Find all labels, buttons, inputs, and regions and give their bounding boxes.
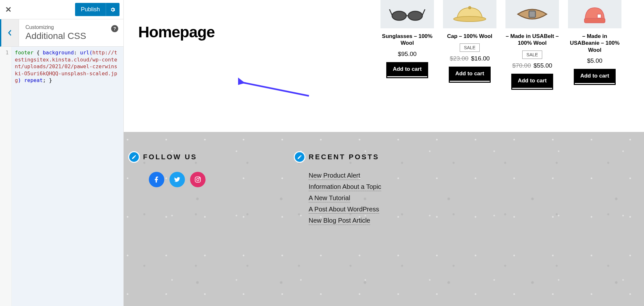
svg-point-1 [408, 11, 422, 20]
product-image[interactable] [505, 0, 559, 28]
pencil-icon [131, 154, 137, 160]
section-header: Customizing Additional CSS ? [0, 19, 123, 47]
back-button[interactable] [1, 19, 19, 46]
svg-point-2 [454, 16, 486, 22]
add-to-cart-button[interactable]: Add to cart [386, 62, 428, 76]
svg-point-8 [197, 178, 199, 181]
section-header-inner: Customizing Additional CSS ? [19, 19, 123, 46]
facebook-icon[interactable] [149, 172, 164, 187]
site-footer: FOLLOW US RECENT POSTS New Product Alert… [124, 132, 644, 306]
recent-post-link[interactable]: Information About a Topic [309, 183, 381, 191]
customizer-topbar: ✕ Publish [0, 0, 123, 19]
svg-point-3 [468, 6, 471, 9]
page-title: Homepage [138, 23, 215, 41]
publish-button-group: Publish [75, 3, 120, 16]
product-image[interactable] [443, 0, 496, 28]
svg-rect-4 [529, 11, 535, 17]
price-row: $23.00$16.00 [443, 55, 496, 62]
footer-recent-col: RECENT POSTS New Product AlertInformatio… [309, 151, 381, 293]
instagram-icon[interactable] [190, 172, 206, 187]
recent-post-link[interactable]: New Blog Post Article [309, 217, 370, 225]
css-code-area[interactable]: footer { background: url(http://testings… [12, 47, 123, 306]
svg-point-9 [199, 178, 200, 178]
price-row: $5.00 [568, 57, 621, 64]
recent-post-item: Information About a Topic [309, 183, 381, 190]
social-icons [149, 172, 206, 187]
product-card: Cap – 100% Wool SALE $23.00$16.00 Add to… [443, 0, 496, 91]
recent-post-item: A Post About WordPress [309, 206, 381, 213]
product-card: – Made in USABelt – 100% Wool SALE $70.0… [505, 0, 559, 91]
publish-button[interactable]: Publish [75, 3, 106, 16]
product-card: – Made in USABeanie – 100% Wool $5.00 Ad… [568, 0, 621, 91]
price-row: $70.00$55.00 [505, 62, 559, 69]
price: $95.00 [398, 51, 417, 57]
recent-posts-list: New Product AlertInformation About a Top… [309, 172, 381, 224]
recent-post-link[interactable]: New Product Alert [309, 172, 360, 180]
footer-follow-col: FOLLOW US [143, 151, 206, 293]
old-price: $70.00 [512, 62, 531, 69]
recent-posts-heading: RECENT POSTS [309, 151, 381, 163]
publish-settings-button[interactable] [106, 3, 120, 16]
edit-widget-button[interactable] [294, 151, 305, 163]
chevron-left-icon [7, 29, 13, 37]
product-image[interactable] [380, 0, 434, 28]
recent-post-item: New Product Alert [309, 172, 381, 179]
sale-badge: SALE [460, 43, 480, 52]
recent-post-link[interactable]: A Post About WordPress [309, 206, 379, 214]
close-button[interactable]: ✕ [5, 5, 12, 14]
old-price: $23.00 [450, 55, 468, 62]
customizer-panel: ✕ Publish Customizing Additional CSS ? 1… [0, 0, 124, 306]
product-name[interactable]: Cap – 100% Wool [443, 33, 496, 40]
svg-point-0 [392, 11, 406, 20]
svg-rect-5 [584, 18, 605, 23]
product-name[interactable]: Sunglasses – 100% Wool [380, 33, 434, 47]
site-preview: Homepage Sunglasses – 100% Wool $95.00 A… [124, 0, 644, 306]
css-editor[interactable]: 1 footer { background: url(http://testin… [0, 47, 123, 306]
recent-post-item: New Blog Post Article [309, 217, 381, 224]
product-card: Sunglasses – 100% Wool $95.00 Add to car… [380, 0, 434, 91]
customizing-label: Customizing [25, 24, 117, 30]
recent-post-link[interactable]: A New Tutorial [309, 194, 350, 202]
add-to-cart-button[interactable]: Add to cart [574, 69, 616, 83]
price-row: $95.00 [380, 51, 434, 58]
price: $5.00 [587, 57, 602, 64]
product-image[interactable] [568, 0, 621, 28]
pencil-icon [297, 154, 302, 160]
sale-badge: SALE [522, 51, 542, 59]
svg-line-10 [242, 82, 309, 96]
edit-widget-button[interactable] [128, 151, 140, 163]
twitter-icon[interactable] [169, 172, 185, 187]
help-icon[interactable]: ? [111, 25, 118, 32]
svg-rect-6 [597, 14, 601, 18]
add-to-cart-button[interactable]: Add to cart [449, 67, 491, 81]
product-grid: Sunglasses – 100% Wool $95.00 Add to car… [380, 0, 621, 91]
annotation-arrow [238, 77, 312, 102]
gear-icon [110, 7, 116, 13]
follow-us-heading: FOLLOW US [143, 151, 206, 163]
price: $55.00 [533, 62, 552, 69]
add-to-cart-button[interactable]: Add to cart [511, 74, 553, 88]
product-name[interactable]: – Made in USABeanie – 100% Wool [568, 33, 621, 53]
price: $16.00 [471, 55, 490, 62]
line-gutter: 1 [0, 47, 12, 306]
product-name[interactable]: – Made in USABelt – 100% Wool [505, 33, 559, 47]
recent-post-item: A New Tutorial [309, 194, 381, 202]
section-title: Additional CSS [25, 31, 117, 41]
